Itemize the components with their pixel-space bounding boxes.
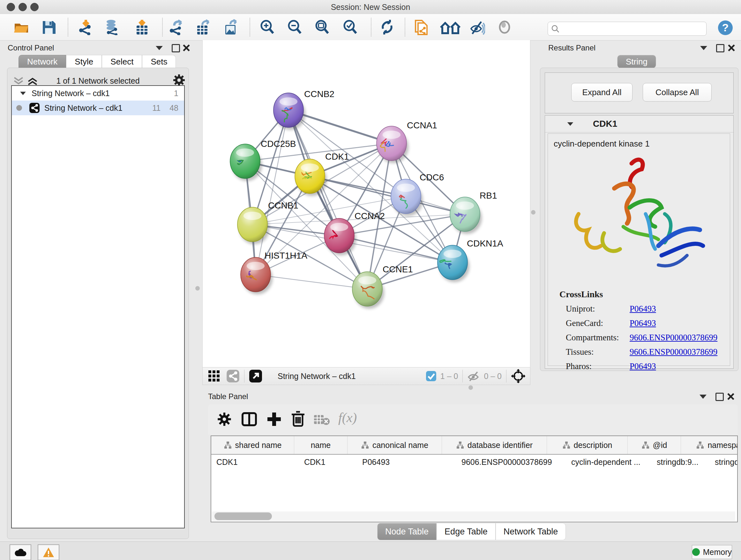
table-hscrollbar[interactable]	[212, 511, 735, 521]
selected-checkbox-icon[interactable]	[426, 371, 436, 381]
table-cell[interactable]: 9606.ENSP00000378699	[456, 455, 566, 469]
table-row[interactable]: CDK1CDK1P064939606.ENSP00000378699cyclin…	[211, 455, 737, 469]
gene-collapse-icon[interactable]	[567, 122, 574, 125]
warning-icon	[43, 547, 55, 558]
protein-node-CCNE1[interactable]: CCNE1	[352, 264, 413, 309]
help-icon[interactable]: ?	[718, 20, 733, 36]
tab-string[interactable]: String	[617, 55, 656, 68]
warnings-button[interactable]	[38, 544, 59, 560]
horizontal-splitter-handle[interactable]	[468, 385, 473, 390]
table-cell[interactable]: CDK1	[299, 455, 357, 469]
network-options-gear-icon[interactable]	[173, 74, 185, 86]
crosslink-link[interactable]: 9606.ENSP00000378699	[630, 347, 718, 357]
table-cell[interactable]: CDK1	[211, 455, 299, 469]
collapse-all-button[interactable]: Collapse All	[643, 83, 712, 102]
table-cell[interactable]: stringdb:9...	[652, 455, 710, 469]
tab-select[interactable]: Select	[102, 55, 142, 68]
crosslink-link[interactable]: P06493	[630, 361, 656, 371]
search-box	[548, 22, 706, 36]
table-hscrollbar-thumb[interactable]	[214, 512, 272, 520]
gene-header[interactable]: CDK1	[545, 116, 733, 132]
add-column-icon[interactable]	[266, 411, 282, 427]
tab-network[interactable]: Network	[18, 55, 66, 68]
network-collection-row[interactable]: String Network – cdk1 1	[12, 86, 184, 101]
protein-node-CCNB1[interactable]: CCNB1	[238, 200, 298, 244]
level-of-detail-icon[interactable]	[496, 19, 513, 35]
memory-button[interactable]: Memory	[692, 545, 732, 559]
zoom-out-icon[interactable]	[286, 19, 302, 35]
function-builder-icon[interactable]: f(x)	[338, 410, 357, 425]
maximize-panel-icon[interactable]	[716, 393, 724, 401]
string-network-graph[interactable]: CCNB2CCNA1CDC25BCDK1CDC6RB1CCNB1CCNA2CDK…	[203, 40, 530, 367]
delete-column-icon[interactable]	[290, 411, 306, 427]
protein-node-HIST1H1A[interactable]: HIST1H1A	[241, 251, 307, 294]
left-splitter-handle[interactable]	[195, 286, 200, 291]
refresh-layout-icon[interactable]	[379, 19, 395, 35]
protein-node-CDC25B[interactable]: CDC25B	[230, 139, 296, 181]
export-network-icon[interactable]	[169, 19, 185, 35]
gear-icon[interactable]	[217, 412, 232, 427]
tab-style[interactable]: Style	[66, 55, 102, 68]
crosslink-link[interactable]: 9606.ENSP00000378699	[630, 333, 718, 343]
column-header-description[interactable]: description	[547, 436, 628, 454]
expand-all-button[interactable]: Expand All	[571, 83, 632, 102]
network-canvas[interactable]: CCNB2CCNA1CDC25BCDK1CDC6RB1CCNB1CCNA2CDK…	[202, 40, 530, 367]
tab-network-table[interactable]: Network Table	[495, 523, 566, 540]
protein-node-RB1[interactable]: RB1	[450, 191, 497, 234]
open-in-window-icon[interactable]	[249, 369, 262, 383]
open-session-icon[interactable]	[13, 19, 29, 35]
float-panel-icon[interactable]	[156, 46, 163, 50]
home-pair-icon[interactable]	[440, 19, 461, 35]
zoom-selected-icon[interactable]	[342, 19, 358, 35]
protein-node-CCNB2[interactable]: CCNB2	[273, 89, 334, 130]
column-header-name[interactable]: name	[294, 436, 347, 454]
float-panel-icon[interactable]	[700, 46, 707, 50]
column-header-shared-name[interactable]: shared name	[211, 436, 294, 454]
birdseye-grid-icon[interactable]	[208, 370, 220, 382]
search-input[interactable]	[562, 23, 704, 34]
maximize-panel-icon[interactable]	[172, 44, 180, 52]
crosslink-link[interactable]: P06493	[630, 318, 656, 328]
network-document-icon[interactable]	[414, 19, 429, 35]
import-network-file-icon[interactable]	[78, 19, 94, 35]
close-panel-icon[interactable]	[183, 44, 190, 52]
export-image-icon[interactable]	[223, 19, 239, 35]
close-panel-icon[interactable]	[728, 44, 735, 52]
split-columns-icon[interactable]	[241, 411, 257, 427]
network-row-selected[interactable]: String Network – cdk1 11 48	[12, 101, 184, 115]
memory-status-dot	[692, 548, 700, 556]
table-cell[interactable]: P06493	[357, 455, 456, 469]
tab-node-table[interactable]: Node Table	[377, 523, 436, 540]
column-header-canonical-name[interactable]: canonical name	[347, 436, 442, 454]
import-network-database-icon[interactable]	[104, 19, 120, 35]
protein-node-CDK1[interactable]: CDK1	[295, 152, 349, 196]
zoom-fit-icon[interactable]	[314, 19, 330, 35]
protein-node-CDC6[interactable]: CDC6	[391, 172, 444, 216]
node-table[interactable]: shared namenamecanonical namedatabase id…	[211, 435, 738, 522]
column-header-namespace[interactable]: namespace	[681, 436, 738, 454]
clear-table-icon[interactable]	[313, 414, 330, 425]
close-panel-icon[interactable]	[727, 393, 735, 400]
tab-sets[interactable]: Sets	[142, 55, 176, 68]
zoom-in-icon[interactable]	[259, 19, 275, 35]
collection-expand-icon[interactable]	[20, 91, 26, 95]
column-header-database-identifier[interactable]: database identifier	[442, 436, 547, 454]
float-panel-icon[interactable]	[699, 395, 706, 399]
crosslink-link[interactable]: P06493	[630, 304, 656, 314]
table-cell[interactable]: stringdb	[710, 455, 738, 469]
export-table-icon[interactable]	[195, 19, 211, 35]
column-header--id[interactable]: @id	[628, 436, 681, 454]
crosshair-move-icon[interactable]	[511, 369, 526, 383]
right-splitter-handle[interactable]	[531, 210, 536, 214]
protein-node-CCNA1[interactable]: CCNA1	[377, 120, 437, 163]
save-session-icon[interactable]	[41, 19, 57, 35]
network-share-toggle-icon[interactable]	[226, 369, 240, 383]
cloud-button[interactable]	[10, 544, 31, 560]
protein-node-CDKN1A[interactable]: CDKN1A	[437, 239, 503, 282]
table-cell[interactable]: cyclin-dependent ...	[566, 455, 652, 469]
tab-edge-table[interactable]: Edge Table	[436, 523, 495, 540]
maximize-panel-icon[interactable]	[716, 44, 724, 52]
protein-node-CCNA2[interactable]: CCNA2	[324, 211, 385, 255]
show-hide-graphics-icon[interactable]	[469, 19, 485, 35]
import-table-icon[interactable]	[134, 19, 150, 35]
